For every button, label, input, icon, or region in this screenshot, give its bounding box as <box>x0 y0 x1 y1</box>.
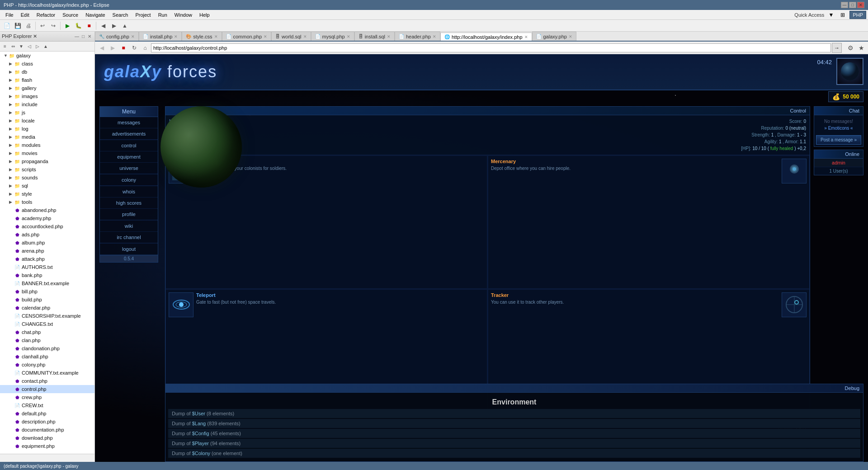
nav-profile[interactable]: profile <box>100 209 158 220</box>
tree-folder-flash[interactable]: ▶ 📁 flash <box>0 76 94 84</box>
menu-project[interactable]: Project <box>132 11 154 19</box>
tree-folder-movies[interactable]: ▶ 📁 movies <box>0 149 94 157</box>
collapse-all-button[interactable]: ≡ <box>1 42 9 51</box>
tree-folder-style[interactable]: ▶ 📁 style <box>0 190 94 198</box>
minimize-button[interactable]: — <box>841 2 848 8</box>
browser-home-button[interactable]: ⌂ <box>140 43 150 53</box>
tree-folder-db[interactable]: ▶ 📁 db <box>0 68 94 76</box>
teleport-name[interactable]: Teleport <box>196 292 484 298</box>
tree-root-galaxy[interactable]: ▼ 📁 galaxy <box>0 52 94 60</box>
chat-emoticons-link[interactable]: » Emoticons « <box>816 126 861 131</box>
tree-arrow-media[interactable]: ▶ <box>9 135 14 139</box>
nav-logout[interactable]: logout <box>100 244 158 255</box>
navigator-back-button[interactable]: ◁ <box>25 42 33 51</box>
statistics-link[interactable]: «Statistics » <box>197 119 219 124</box>
post-message-button[interactable]: Post a message » <box>816 135 861 145</box>
tree-file-authors[interactable]: 📄 AUTHORS.txt <box>0 263 94 271</box>
save-button[interactable]: 💾 <box>13 21 23 31</box>
debug-row-config[interactable]: Dump of $Config (45 elements) <box>168 429 860 438</box>
tree-folder-sounds[interactable]: ▶ 📁 sounds <box>0 174 94 182</box>
tree-file-academy[interactable]: ⬟ academy.php <box>0 214 94 222</box>
nav-messages[interactable]: messages <box>100 117 158 128</box>
tree-folder-propaganda[interactable]: ▶ 📁 propaganda <box>0 157 94 165</box>
tab-mysql[interactable]: 📄 mysql.php ✕ <box>311 32 354 41</box>
tree-arrow-locale[interactable]: ▶ <box>9 118 14 123</box>
tab-common[interactable]: 📄 common.php ✕ <box>222 32 272 41</box>
tree-file-colony[interactable]: ⬟ colony.php <box>0 361 94 369</box>
online-user-name[interactable]: admin <box>814 159 863 167</box>
tab-config-close[interactable]: ✕ <box>131 34 135 39</box>
browser-stop-button[interactable]: ■ <box>118 43 128 53</box>
tab-galaxy[interactable]: 📄 galaxy.php ✕ <box>532 32 576 41</box>
tab-galaxy-close[interactable]: ✕ <box>569 34 572 39</box>
tree-file-contact[interactable]: ⬟ contact.php <box>0 377 94 385</box>
link-with-editor-button[interactable]: ⇔ <box>9 42 17 51</box>
tree-file-crew-txt[interactable]: 📄 CREW.txt <box>0 401 94 409</box>
tree-folder-scripts[interactable]: ▶ 📁 scripts <box>0 165 94 174</box>
menu-file[interactable]: File <box>2 11 17 19</box>
tree-file-clanhall[interactable]: ⬟ clanhall.php <box>0 352 94 361</box>
tree-arrow-gallery[interactable]: ▶ <box>9 86 14 90</box>
menu-source[interactable]: Source <box>59 11 82 19</box>
tree-arrow-sounds[interactable]: ▶ <box>9 175 14 180</box>
perspective-button[interactable]: ⊞ <box>838 10 848 20</box>
tree-arrow-flash[interactable]: ▶ <box>9 78 14 82</box>
quick-access-button[interactable]: ▼ <box>826 10 836 20</box>
tab-common-close[interactable]: ✕ <box>264 34 267 39</box>
tree-folder-js[interactable]: ▶ 📁 js <box>0 108 94 117</box>
tree-arrow-images[interactable]: ▶ <box>9 94 14 99</box>
tracker-name[interactable]: Tracker <box>491 292 779 298</box>
tree-file-attack[interactable]: ⬟ attack.php <box>0 255 94 263</box>
tree-file-equipment[interactable]: ⬟ equipment.php <box>0 442 94 450</box>
tree-file-description[interactable]: ⬟ description.php <box>0 418 94 426</box>
tree-file-bank[interactable]: ⬟ bank.php <box>0 271 94 279</box>
tree-file-bill[interactable]: ⬟ bill.php <box>0 287 94 296</box>
menu-window[interactable]: Window <box>171 11 196 19</box>
url-input[interactable] <box>151 43 831 52</box>
tab-world-close[interactable]: ✕ <box>303 34 307 39</box>
tree-folder-class[interactable]: ▶ 📁 class <box>0 60 94 68</box>
tree-file-control[interactable]: ⬟ control.php <box>0 385 94 393</box>
tree-file-download[interactable]: ⬟ download.php <box>0 434 94 442</box>
tree-file-accountlocked[interactable]: ⬟ accountlocked.php <box>0 222 94 230</box>
tree-file-abandoned[interactable]: ⬟ abandoned.php <box>0 206 94 214</box>
nav-wiki[interactable]: wiki <box>100 221 158 232</box>
run-button[interactable]: ▶ <box>62 21 72 31</box>
tree-arrow-include[interactable]: ▶ <box>9 102 14 107</box>
print-button[interactable]: 🖨 <box>24 21 33 31</box>
tree-file-ads[interactable]: ⬟ ads.php <box>0 230 94 239</box>
tree-arrow-movies[interactable]: ▶ <box>9 151 14 155</box>
tab-config[interactable]: 🔧 config.php ✕ <box>95 32 139 41</box>
player-name[interactable]: admin <box>184 119 196 124</box>
browser-forward-button[interactable]: ▶ <box>108 43 118 53</box>
tree-file-community[interactable]: 📄 COMMUNITY.txt.example <box>0 369 94 377</box>
tab-index-close[interactable]: ✕ <box>524 35 528 39</box>
nav-equipment[interactable]: equipment <box>100 151 158 163</box>
tree-file-arena[interactable]: ⬟ arena.php <box>0 247 94 255</box>
tab-index[interactable]: 🌐 http://localhost/galaxy/index.php ✕ <box>440 33 532 42</box>
tree-folder-gallery[interactable]: ▶ 📁 gallery <box>0 84 94 92</box>
feature-mercenary[interactable]: Mercenary Depot office where you can hir… <box>488 155 810 289</box>
redo-button[interactable]: ↪ <box>48 21 58 31</box>
menu-edit[interactable]: Edit <box>17 11 33 19</box>
tab-world[interactable]: 🗄 world.sql ✕ <box>271 32 311 41</box>
stop-button[interactable]: ■ <box>84 21 94 31</box>
tree-arrow-class[interactable]: ▶ <box>9 61 14 66</box>
tree-arrow-modules[interactable]: ▶ <box>9 143 14 147</box>
nav-colony[interactable]: colony <box>100 174 158 186</box>
feature-galactic-academy[interactable]: Galactic Academy Here you can train your… <box>165 155 487 289</box>
tree-arrow-js[interactable]: ▶ <box>9 110 14 115</box>
tree-folder-modules[interactable]: ▶ 📁 modules <box>0 141 94 149</box>
new-button[interactable]: 📄 <box>2 21 12 31</box>
tree-arrow-log[interactable]: ▶ <box>9 127 14 131</box>
tree-arrow-style[interactable]: ▶ <box>9 192 14 196</box>
browser-refresh-button[interactable]: ↻ <box>129 43 139 53</box>
tree-folder-images[interactable]: ▶ 📁 images <box>0 92 94 100</box>
tree-arrow-tools[interactable]: ▶ <box>9 200 14 204</box>
tree-file-default[interactable]: ⬟ default.php <box>0 409 94 418</box>
tree-folder-sql[interactable]: ▶ 📁 sql <box>0 182 94 190</box>
tree-file-album[interactable]: ⬟ album.php <box>0 239 94 247</box>
tree-file-calendar[interactable]: ⬟ calendar.php <box>0 304 94 312</box>
tab-install[interactable]: 📄 install.php ✕ <box>139 32 182 41</box>
tree-folder-log[interactable]: ▶ 📁 log <box>0 125 94 133</box>
